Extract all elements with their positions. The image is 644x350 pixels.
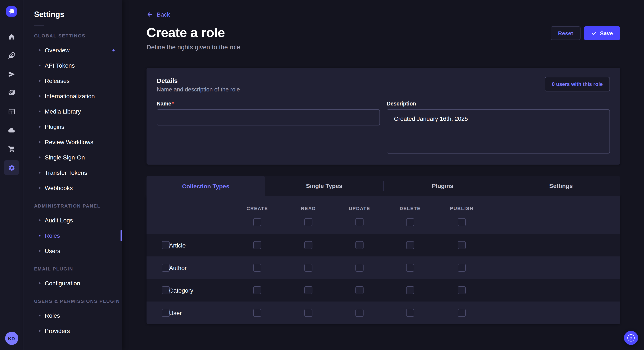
column-header-update: UPDATE (349, 206, 370, 211)
table-row-category: Category (146, 279, 620, 302)
permissions-table-header: CREATE READ UPDATE DELETE PUBLISH (146, 196, 620, 234)
avatar[interactable]: KD (5, 332, 18, 345)
checkbox-article-update[interactable] (356, 241, 364, 249)
page-title: Create a role (146, 25, 240, 40)
bullet-icon (39, 157, 40, 158)
settings-gear-icon[interactable] (4, 160, 19, 175)
bullet-icon (39, 126, 40, 128)
bullet-icon (39, 219, 40, 221)
checkbox-category-read[interactable] (304, 286, 312, 294)
checkbox-all-create[interactable] (253, 218, 261, 226)
bullet-icon (39, 111, 40, 112)
section-users-permissions-plugin: USERS & PERMISSIONS PLUGIN (34, 299, 122, 304)
tab-plugins[interactable]: Plugins (383, 176, 502, 196)
section-email-plugin: EMAIL PLUGIN (34, 266, 122, 271)
sidebar-item-audit-logs[interactable]: Audit Logs (24, 213, 122, 228)
back-label: Back (157, 11, 170, 18)
reset-button[interactable]: Reset (551, 26, 580, 40)
save-button[interactable]: Save (584, 26, 620, 40)
active-indicator (120, 230, 122, 241)
checkbox-author-all[interactable] (162, 264, 170, 272)
help-button[interactable]: ? (624, 331, 638, 345)
checkbox-category-create[interactable] (253, 286, 261, 294)
description-textarea[interactable]: Created January 16th, 2025 (387, 109, 610, 154)
rail-divider (0, 23, 23, 23)
checkbox-article-read[interactable] (304, 241, 312, 249)
checkbox-all-read[interactable] (304, 218, 312, 226)
users-with-role-button[interactable]: 0 users with this role (544, 77, 610, 91)
bullet-icon (39, 250, 40, 252)
row-label: Author (169, 264, 187, 271)
checkbox-article-all[interactable] (162, 241, 170, 249)
bullet-icon (39, 187, 40, 189)
checkbox-article-publish[interactable] (458, 241, 466, 249)
home-icon[interactable] (4, 29, 19, 44)
details-subtitle: Name and description of the role (157, 86, 240, 93)
checkbox-user-read[interactable] (304, 309, 312, 317)
cloud-icon[interactable] (4, 123, 19, 138)
bullet-icon (39, 95, 40, 97)
sidebar-item-roles-up[interactable]: Roles (24, 308, 122, 323)
checkbox-all-publish[interactable] (458, 218, 466, 226)
checkbox-author-update[interactable] (356, 264, 364, 272)
checkbox-author-delete[interactable] (406, 264, 414, 272)
sidebar-item-overview[interactable]: Overview (24, 42, 122, 58)
checkbox-author-create[interactable] (253, 264, 261, 272)
checkbox-all-update[interactable] (356, 218, 364, 226)
cart-icon[interactable] (4, 141, 19, 157)
sidebar-item-single-sign-on[interactable]: Single Sign-On (24, 150, 122, 165)
sidebar-item-api-tokens[interactable]: API Tokens (24, 58, 122, 73)
strapi-logo[interactable] (6, 6, 16, 16)
app-window: KD Settings GLOBAL SETTINGS Overview API… (0, 0, 644, 350)
sidebar-item-media-library[interactable]: Media Library (24, 104, 122, 119)
pictures-icon[interactable] (4, 85, 19, 100)
tab-single-types[interactable]: Single Types (265, 176, 383, 196)
checkbox-user-create[interactable] (253, 309, 261, 317)
table-row-author: Author (146, 256, 620, 279)
bullet-icon (39, 315, 40, 316)
nav-rail: KD (0, 0, 24, 350)
permissions-table: CREATE READ UPDATE DELETE PUBLISH Articl… (146, 196, 620, 324)
sidebar-item-webhooks[interactable]: Webhooks (24, 180, 122, 196)
bullet-icon (39, 141, 40, 143)
permissions-card: Collection Types Single Types Plugins Se… (146, 176, 620, 324)
checkbox-user-delete[interactable] (406, 309, 414, 317)
settings-sidebar: Settings GLOBAL SETTINGS Overview API To… (24, 0, 122, 350)
name-input[interactable] (157, 109, 380, 126)
sidebar-item-releases[interactable]: Releases (24, 73, 122, 88)
sidebar-item-providers[interactable]: Providers (24, 323, 122, 339)
question-mark-icon: ? (628, 334, 635, 342)
checkbox-all-delete[interactable] (406, 218, 414, 226)
checkbox-category-delete[interactable] (406, 286, 414, 294)
sidebar-item-review-workflows[interactable]: Review Workflows (24, 134, 122, 150)
sidebar-item-users[interactable]: Users (24, 243, 122, 259)
layout-icon[interactable] (4, 104, 19, 119)
sidebar-item-transfer-tokens[interactable]: Transfer Tokens (24, 165, 122, 180)
sidebar-item-roles-admin[interactable]: Roles (24, 228, 122, 243)
back-link[interactable]: Back (146, 11, 170, 18)
feather-icon[interactable] (4, 48, 19, 63)
page-subtitle: Define the rights given to the role (146, 43, 240, 51)
checkbox-article-create[interactable] (253, 241, 261, 249)
sidebar-item-plugins[interactable]: Plugins (24, 119, 122, 134)
tab-collection-types[interactable]: Collection Types (146, 176, 265, 196)
details-title: Details (157, 77, 240, 84)
sidebar-item-internationalization[interactable]: Internationalization (24, 88, 122, 104)
checkbox-category-publish[interactable] (458, 286, 466, 294)
checkbox-user-publish[interactable] (458, 309, 466, 317)
sidebar-item-configuration[interactable]: Configuration (24, 276, 122, 291)
checkbox-author-publish[interactable] (458, 264, 466, 272)
sidebar-title: Settings (34, 10, 122, 19)
checkbox-user-all[interactable] (162, 309, 170, 317)
checkbox-user-update[interactable] (356, 309, 364, 317)
checkbox-category-update[interactable] (356, 286, 364, 294)
paper-plane-icon[interactable] (4, 66, 19, 82)
checkbox-author-read[interactable] (304, 264, 312, 272)
checkbox-article-delete[interactable] (406, 241, 414, 249)
column-header-publish: PUBLISH (450, 206, 474, 211)
section-global-settings: GLOBAL SETTINGS (34, 33, 122, 38)
tab-settings[interactable]: Settings (502, 176, 620, 196)
required-asterisk: * (172, 101, 174, 107)
bullet-icon (39, 330, 40, 332)
checkbox-category-all[interactable] (162, 286, 170, 294)
